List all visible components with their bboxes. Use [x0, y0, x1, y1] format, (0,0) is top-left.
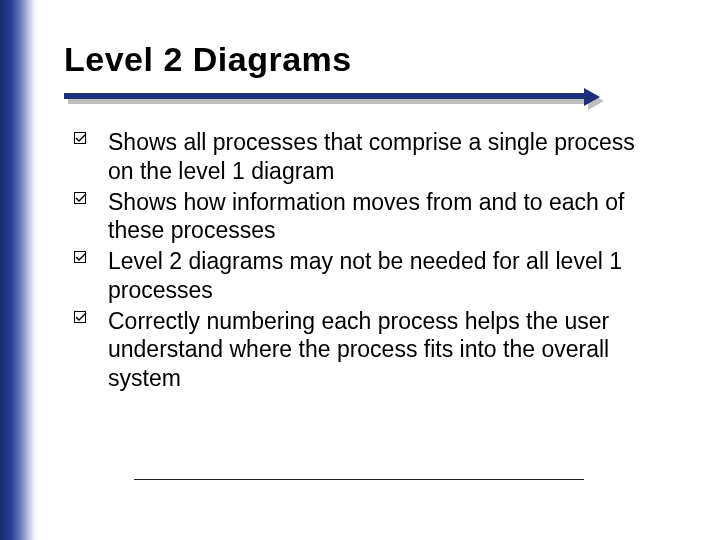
list-item: Shows all processes that comprise a sing… — [74, 128, 649, 186]
checkbox-bullet-icon — [74, 192, 88, 206]
list-item-text: Shows how information moves from and to … — [108, 189, 624, 244]
list-item-text: Level 2 diagrams may not be needed for a… — [108, 248, 622, 303]
checkbox-bullet-icon — [74, 311, 88, 325]
list-item-text: Correctly numbering each process helps t… — [108, 308, 609, 392]
title-underline — [64, 90, 594, 110]
bullet-list: Shows all processes that comprise a sing… — [74, 128, 649, 395]
left-gradient-bar — [0, 0, 38, 540]
footer-divider — [134, 479, 584, 480]
arrowhead-icon — [584, 88, 600, 106]
list-item: Level 2 diagrams may not be needed for a… — [74, 247, 649, 305]
underline-bar — [64, 93, 584, 99]
list-item-text: Shows all processes that comprise a sing… — [108, 129, 635, 184]
checkbox-bullet-icon — [74, 132, 88, 146]
slide: Level 2 Diagrams Shows all processes tha… — [0, 0, 720, 540]
list-item: Shows how information moves from and to … — [74, 188, 649, 246]
list-item: Correctly numbering each process helps t… — [74, 307, 649, 393]
slide-title: Level 2 Diagrams — [64, 40, 352, 79]
checkbox-bullet-icon — [74, 251, 88, 265]
